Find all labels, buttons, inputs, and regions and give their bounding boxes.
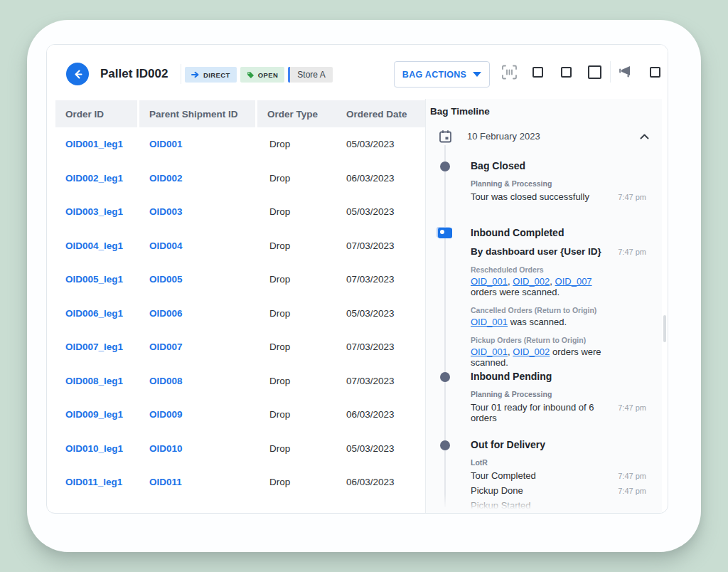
order-type-cell: Drop: [269, 341, 346, 352]
ordered-date-cell: 07/03/2023: [346, 240, 425, 251]
line-text: Tour was closed successfully: [471, 191, 589, 202]
badge-group: DIRECT OPEN Store A: [185, 67, 333, 83]
arrow-right-icon: [191, 71, 200, 78]
parent-shipment-id-cell[interactable]: OID010: [149, 443, 269, 454]
order-id-cell[interactable]: OID007_leg1: [65, 341, 149, 352]
square-icon[interactable]: [641, 58, 668, 86]
line-text: By dashboard user {User ID}: [471, 246, 601, 257]
order-type-cell: Drop: [269, 240, 346, 251]
line-suffix: orders were scanned.: [471, 287, 560, 297]
timeline-line: By dashboard user {User ID}7:47 pm: [471, 246, 646, 257]
order-type-cell: Drop: [269, 206, 346, 217]
ordered-date-cell: 05/03/2023: [346, 443, 425, 454]
timestamp: 7:47 pm: [618, 403, 646, 412]
parent-shipment-id-cell[interactable]: OID005: [149, 274, 269, 285]
order-link[interactable]: OID_001: [471, 346, 508, 357]
timeline-entry-title: Out for Delivery: [471, 439, 646, 450]
order-link[interactable]: OID_001: [471, 276, 508, 287]
timeline-entry-title: Inbound Pending: [471, 371, 646, 382]
store-badge-label: Store A: [297, 70, 325, 80]
parent-shipment-id-cell[interactable]: OID009: [149, 409, 269, 420]
ordered-date-cell: 05/03/2023: [346, 308, 425, 319]
table-row: OID009_leg1OID009Drop06/03/2023: [47, 398, 425, 432]
order-link[interactable]: OID_007: [555, 276, 592, 287]
square-icon-large[interactable]: [580, 58, 609, 86]
inbound-scan-icon: [438, 228, 452, 238]
direct-badge: DIRECT: [185, 67, 237, 83]
ordered-date-cell: 06/03/2023: [346, 409, 425, 420]
app-window: Pallet ID002 DIRECT OPEN Store A BAG ACT…: [46, 44, 668, 514]
megaphone-icon[interactable]: [612, 58, 641, 86]
timeline-line: Pickup Done7:47 pm: [471, 485, 646, 496]
parent-shipment-id-cell[interactable]: OID006: [149, 308, 269, 319]
column-header-parent-shipment-id: Parent Shipment ID: [139, 100, 255, 127]
parent-shipment-id-cell[interactable]: OID002: [149, 173, 269, 184]
page-title: Pallet ID002: [100, 67, 168, 81]
ordered-date-cell: 05/03/2023: [346, 139, 425, 149]
scrollbar-thumb[interactable]: [663, 315, 666, 342]
timeline-date-group: 10 February 2023: [426, 127, 662, 146]
timeline-group-label: Pickup Orders (Return to Origin): [471, 336, 646, 344]
ordered-date-cell: 07/03/2023: [346, 341, 425, 352]
toolbar-divider: [610, 61, 611, 83]
order-type-cell: Drop: [269, 409, 346, 420]
timeline-sublabel: Planning & Processing: [471, 179, 646, 188]
column-label: Order ID: [65, 109, 104, 120]
line-suffix: was scanned.: [508, 317, 567, 327]
timeline-entry: Bag ClosedPlanning & ProcessingTour was …: [426, 160, 662, 206]
store-badge: Store A: [288, 67, 332, 83]
order-type-cell: Drop: [269, 139, 346, 149]
open-badge: OPEN: [240, 67, 285, 83]
timeline-entry: Inbound PendingPlanning & ProcessingTour…: [426, 371, 662, 428]
order-id-cell[interactable]: OID011_leg1: [65, 477, 149, 487]
open-badge-label: OPEN: [258, 71, 279, 79]
order-id-cell[interactable]: OID005_leg1: [65, 274, 149, 285]
barcode-scan-icon[interactable]: [495, 58, 523, 86]
order-id-cell[interactable]: OID010_leg1: [65, 443, 149, 454]
timeline-dot-icon: [440, 372, 450, 382]
timeline-line: OID_001 was scanned.: [471, 317, 646, 327]
timeline-line: Tour Completed7:47 pm: [471, 470, 646, 481]
column-header-order-id: Order ID: [55, 100, 137, 127]
order-id-cell[interactable]: OID008_leg1: [65, 376, 149, 386]
parent-shipment-id-cell[interactable]: OID001: [149, 139, 269, 149]
order-id-cell[interactable]: OID003_leg1: [65, 206, 149, 217]
parent-shipment-id-cell[interactable]: OID003: [149, 206, 269, 217]
ordered-date-cell: 07/03/2023: [346, 274, 425, 285]
order-id-cell[interactable]: OID002_leg1: [65, 173, 149, 184]
square-icon[interactable]: [552, 58, 580, 86]
direct-badge-label: DIRECT: [203, 71, 230, 79]
parent-shipment-id-cell[interactable]: OID004: [149, 240, 269, 251]
order-type-cell: Drop: [269, 308, 346, 319]
parent-shipment-id-cell[interactable]: OID007: [149, 341, 269, 352]
header-bar: Pallet ID002 DIRECT OPEN Store A BAG ACT…: [47, 45, 668, 99]
order-id-cell[interactable]: OID001_leg1: [65, 139, 149, 149]
table-row: OID002_leg1OID002Drop06/03/2023: [47, 161, 425, 196]
parent-shipment-id-cell[interactable]: OID008: [149, 376, 269, 386]
line-text: Pickup Started: [471, 500, 531, 511]
timestamp: 7:47 pm: [618, 487, 646, 495]
square-icon[interactable]: [523, 58, 552, 86]
line-text: Tour Completed: [471, 470, 536, 481]
collapse-button[interactable]: [636, 129, 652, 144]
back-button[interactable]: [66, 63, 89, 85]
timeline-title: Bag Timeline: [430, 106, 490, 117]
line-text: Tour 01 ready for inbound of 6 orders: [471, 402, 594, 423]
order-id-cell[interactable]: OID006_leg1: [65, 308, 149, 319]
order-link[interactable]: OID_002: [513, 276, 550, 287]
order-id-cell[interactable]: OID004_leg1: [65, 240, 149, 251]
chevron-up-icon: [640, 134, 649, 139]
order-id-cell[interactable]: OID009_leg1: [65, 409, 149, 420]
column-header-type-date: Order Type Ordered Date: [257, 100, 425, 127]
parent-shipment-id-cell[interactable]: OID011: [149, 477, 269, 487]
column-label: Ordered Date: [346, 109, 407, 120]
column-label: Order Type: [267, 109, 318, 120]
ordered-date-cell: 06/03/2023: [346, 173, 425, 184]
table-row: OID001_leg1OID001Drop05/03/2023: [47, 127, 425, 161]
calendar-icon: [437, 128, 453, 145]
order-link[interactable]: OID_001: [471, 317, 508, 327]
bag-actions-button[interactable]: BAG ACTIONS: [394, 61, 490, 88]
header-separator: [181, 64, 181, 84]
table-row: OID004_leg1OID004Drop07/03/2023: [47, 229, 425, 263]
order-link[interactable]: OID_002: [513, 346, 550, 357]
